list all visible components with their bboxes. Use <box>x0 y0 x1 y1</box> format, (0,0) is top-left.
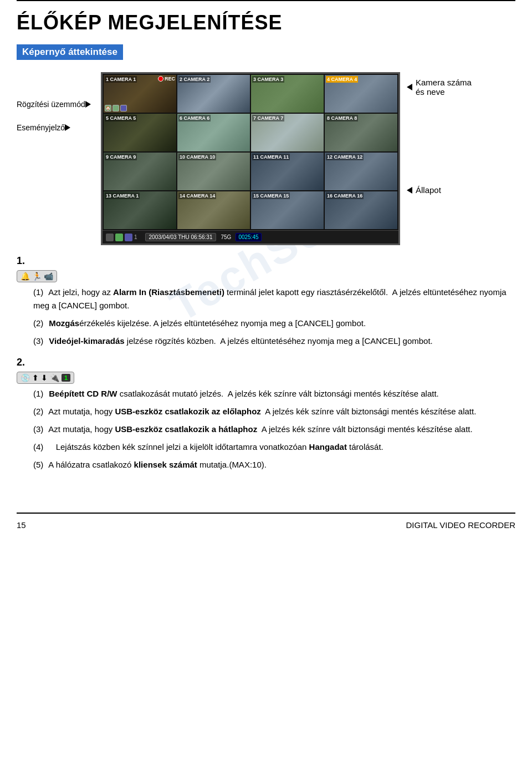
cam-cell-3: 3 CAMERA 3 <box>251 75 324 113</box>
camera-grid: 1 CAMERA 1 REC 🏠 <box>103 74 398 230</box>
cam-label-14: 14 CAMERA 14 <box>178 192 216 199</box>
cam-cell-6: 6 CAMERA 6 <box>177 114 250 151</box>
cam-label-16: 16 CAMERA 16 <box>326 192 364 199</box>
motion-icon: 🏃 <box>32 272 42 281</box>
kamera-szama-arrow <box>407 84 412 90</box>
esemenyjelzo-label: Eseményjelző <box>17 123 94 132</box>
allapot-label: Állapot <box>407 185 479 195</box>
rogzitesi-arrow <box>85 101 91 108</box>
section2: 2. 💿 ⬆ ⬇ 🔌 1 (1) Beépített CD R/W csatla… <box>17 357 515 471</box>
rogzitesi-label: Rögzítési üzemmód <box>17 100 94 109</box>
section2-text: (1) Beépített CD R/W csatlakozását mutat… <box>33 387 515 471</box>
section1-num: 1. <box>17 255 515 267</box>
cam-label-7: 7 CAMERA 7 <box>252 115 284 121</box>
cam-label-2: 2 CAMERA 2 <box>178 76 211 83</box>
section2-item3: (3) Azt mutatja, hogy USB-eszköz csatlak… <box>33 423 515 436</box>
num-badge: 1 <box>62 374 70 382</box>
esemenyjelzo-text: Eseményjelző <box>17 123 65 132</box>
screen-overview: Rögzítési üzemmód Eseményjelző 1 CAMERA … <box>17 72 515 245</box>
kamera-szama-label: Kamera száma és neve <box>407 78 479 97</box>
cam-cell-4: 4 CAMERA 4 <box>325 75 397 113</box>
section2-item1: (1) Beépített CD R/W csatlakozását mutat… <box>33 387 515 400</box>
section2-num: 2. <box>17 357 515 368</box>
cam-label-3: 3 CAMERA 3 <box>252 76 284 83</box>
usb2-icon: ⬇ <box>41 373 48 382</box>
cam-cell-11: 11 CAMERA 11 <box>251 153 324 190</box>
section1-item2: (2) Mozgásérzékelés kijelzése. A jelzés … <box>33 317 515 330</box>
status-date: 2003/04/03 THU 06:56:31 <box>145 233 217 241</box>
section1: 1. 🔔 🏃 📹 (1) Azt jelzi, hogy az Alarm In… <box>17 255 515 348</box>
cam-label-13: 13 CAMERA 1 <box>105 192 140 199</box>
footer-page: 15 <box>17 520 26 530</box>
cam-label-5: 5 CAMERA 5 <box>105 115 137 121</box>
bottom-rule <box>17 513 515 514</box>
section2-icon-bar: 💿 ⬆ ⬇ 🔌 1 <box>17 372 74 384</box>
status-time-left: 0025:45 <box>236 233 261 241</box>
alarm-icon: 🔔 <box>21 272 30 281</box>
esemenyjelzo-arrow <box>65 124 70 131</box>
footer: 15 DIGITAL VIDEO RECORDER <box>0 516 532 534</box>
section1-item1: (1) Azt jelzi, hogy az Alarm In (Riasztá… <box>33 286 515 312</box>
cam-cell-1: 1 CAMERA 1 REC 🏠 <box>104 75 176 113</box>
cam-cell-7: 7 CAMERA 7 <box>251 114 324 151</box>
cam-cell-12: 12 CAMERA 12 <box>325 153 397 190</box>
kamera-szama-text: Kamera száma és neve <box>416 78 472 97</box>
cam-label-6: 6 CAMERA 6 <box>178 115 211 121</box>
labels-right: Kamera száma és neve Állapot <box>407 72 479 195</box>
labels-left: Rögzítési üzemmód Eseményjelző <box>17 72 94 136</box>
section2-item5: (5) A hálózatra csatlakozó kliensek szám… <box>33 458 515 471</box>
allapot-text: Állapot <box>416 185 441 195</box>
cam-label-8: 8 CAMERA 8 <box>326 115 358 121</box>
dvr-screen: 1 CAMERA 1 REC 🏠 <box>101 72 400 245</box>
footer-brand: DIGITAL VIDEO RECORDER <box>406 520 515 530</box>
section1-text: (1) Azt jelzi, hogy az Alarm In (Riasztá… <box>33 286 515 348</box>
dvr-screen-wrapper: 1 CAMERA 1 REC 🏠 <box>101 72 400 245</box>
cam-label-11: 11 CAMERA 11 <box>252 154 290 160</box>
cam-label-4: 4 CAMERA 4 <box>326 76 358 83</box>
cam-cell-16: 16 CAMERA 16 <box>325 191 397 229</box>
cam-cell-8: 8 CAMERA 8 <box>325 114 397 151</box>
section2-item2: (2) Azt mutatja, hogy USB-eszköz csatlak… <box>33 405 515 418</box>
cam-label-1: 1 CAMERA 1 <box>105 76 137 83</box>
video-icon: 📹 <box>44 272 53 281</box>
cam-label-12: 12 CAMERA 12 <box>326 154 364 160</box>
cam-cell-13: 13 CAMERA 1 <box>104 191 176 229</box>
rogzitesi-text: Rögzítési üzemmód <box>17 100 85 109</box>
status-hdd: 75G <box>221 234 231 240</box>
section1-item3: (3) Videójel-kimaradás jelzése rögzítés … <box>33 334 515 348</box>
status-bar: 1 2003/04/03 THU 06:56:31 75G 0025:45 <box>103 230 398 244</box>
power-icon: 🔌 <box>50 373 59 382</box>
usb-icon: ⬆ <box>32 373 39 382</box>
cam-cell-5: 5 CAMERA 5 <box>104 114 176 151</box>
cd-icon: 💿 <box>21 373 30 382</box>
cam-cell-9: 9 CAMERA 9 <box>104 153 176 190</box>
cam-cell-2: 2 CAMERA 2 <box>177 75 250 113</box>
cam-label-15: 15 CAMERA 15 <box>252 192 290 199</box>
cam-label-10: 10 CAMERA 10 <box>178 154 216 160</box>
cam-cell-10: 10 CAMERA 10 <box>177 153 250 190</box>
cam-cell-14: 14 CAMERA 14 <box>177 191 250 229</box>
page-title: ÉLŐKÉP MEGJELENÍTÉSE <box>17 11 515 34</box>
cam-cell-15: 15 CAMERA 15 <box>251 191 324 229</box>
cam-label-9: 9 CAMERA 9 <box>105 154 137 160</box>
section-header: Képernyő áttekintése <box>17 44 123 60</box>
section2-item4: (4) Lejátszás közben kék színnel jelzi a… <box>33 440 515 454</box>
section1-icon-bar: 🔔 🏃 📹 <box>17 270 57 282</box>
allapot-arrow <box>407 187 412 194</box>
